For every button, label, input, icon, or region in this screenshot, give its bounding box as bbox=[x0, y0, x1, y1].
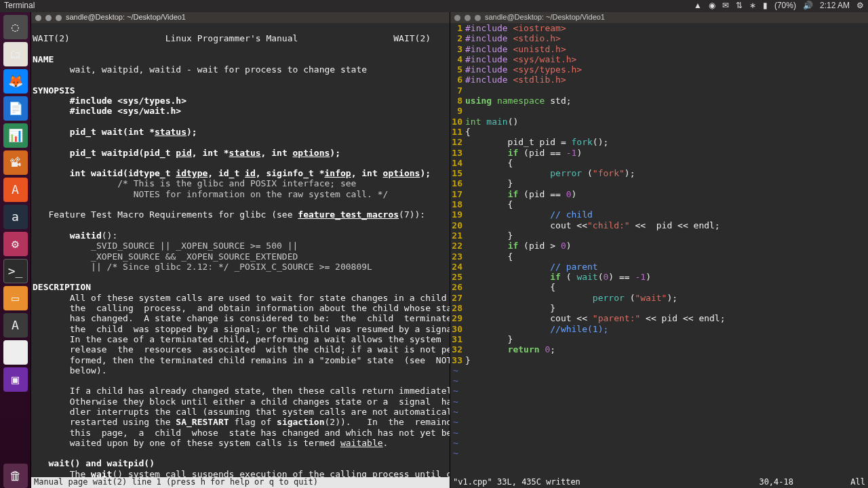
code-text: } bbox=[465, 303, 868, 313]
vim-cursor-pos: 30,4-18 bbox=[759, 477, 793, 487]
code-text: perror ("wait"); bbox=[465, 293, 868, 303]
vim-tilde: ~ bbox=[450, 407, 868, 417]
launcher-impress[interactable]: 📽 bbox=[3, 150, 28, 175]
subhead-wait: wait() and waitpid() bbox=[33, 458, 155, 468]
line-number: 13 bbox=[450, 148, 465, 158]
launcher-terminal[interactable]: >_ bbox=[3, 259, 28, 283]
line-number: 10 bbox=[450, 117, 465, 127]
line-number: 22 bbox=[450, 241, 465, 251]
desc-p11: dler interrupts the call (assuming that … bbox=[33, 407, 450, 417]
code-text bbox=[465, 106, 868, 116]
code-line: 24 // parent bbox=[450, 262, 868, 272]
macro-3: || /* Since glibc 2.12: */ _POSIX_C_SOUR… bbox=[33, 262, 372, 272]
man-page-content[interactable]: WAIT(2) Linux Programmer's Manual WAIT(2… bbox=[31, 23, 450, 477]
line-number: 21 bbox=[450, 230, 465, 241]
status-tray: ▲ ◉ ✉ ⇅ ∗ ▮ (70%) 🔊 2:12 AM ⚙ bbox=[694, 1, 864, 11]
maximize-icon[interactable] bbox=[475, 15, 481, 21]
launcher-text[interactable]: ✎ bbox=[3, 340, 28, 365]
code-line: 21 } bbox=[450, 230, 868, 241]
launcher-settings[interactable]: ⚙ bbox=[3, 232, 28, 256]
code-line: 8using namespace std; bbox=[450, 96, 868, 106]
name-line: wait, waitpid, waitid - wait for process… bbox=[33, 64, 367, 75]
code-line: 10int main() bbox=[450, 117, 868, 127]
section-name: NAME bbox=[33, 54, 54, 64]
vim-tilde: ~ bbox=[450, 396, 868, 407]
volume-icon[interactable]: 🔊 bbox=[803, 1, 813, 11]
desc-p13: this page, a child whose state has chang… bbox=[33, 428, 450, 438]
vim-tab[interactable]: sandle@Desktop: ~/Desktop/Video1 bbox=[450, 12, 868, 23]
desc-p5: In the case of a terminated child, perfo… bbox=[33, 334, 450, 344]
code-line: 29 cout << "parent:" << pid << endl; bbox=[450, 313, 868, 323]
launcher-disk[interactable]: ▣ bbox=[3, 367, 28, 392]
vim-tilde: ~ bbox=[450, 386, 868, 396]
line-number: 4 bbox=[450, 54, 465, 64]
vim-editor[interactable]: 1#include <iostream>2#include <stdio.h>3… bbox=[450, 23, 868, 477]
code-line: 9 bbox=[450, 106, 868, 116]
code-line: 19 // child bbox=[450, 209, 868, 220]
code-text: #include <stdlib.h> bbox=[465, 75, 868, 85]
bluetooth-icon[interactable]: ∗ bbox=[749, 1, 756, 11]
minimize-icon[interactable] bbox=[465, 15, 471, 21]
line-number: 18 bbox=[450, 199, 465, 209]
terminal-tab[interactable]: sandle@Desktop: ~/Desktop/Video1 bbox=[31, 12, 450, 23]
launcher-dash[interactable]: ◌ bbox=[3, 15, 28, 39]
desc-p14: waited upon by one of these system calls… bbox=[33, 438, 388, 448]
line-number: 30 bbox=[450, 324, 465, 334]
launcher-firefox[interactable]: 🦊 bbox=[3, 69, 28, 94]
code-line: 1#include <iostream> bbox=[450, 23, 868, 33]
launcher-writer[interactable]: 📄 bbox=[3, 96, 28, 121]
battery-icon[interactable]: ▮ bbox=[763, 1, 768, 11]
network-icon[interactable]: ⇅ bbox=[736, 1, 743, 11]
close-icon[interactable] bbox=[35, 15, 41, 21]
launcher-calc[interactable]: 📊 bbox=[3, 123, 28, 148]
code-line: 33} bbox=[450, 355, 868, 365]
terminal-man-window: sandle@Desktop: ~/Desktop/Video1 WAIT(2)… bbox=[31, 12, 450, 488]
code-text: { bbox=[465, 282, 868, 292]
vlc-icon[interactable]: ▲ bbox=[694, 1, 702, 11]
launcher-font[interactable]: A bbox=[3, 178, 28, 202]
line-number: 3 bbox=[450, 44, 465, 54]
launcher-trash[interactable]: 🗑 bbox=[3, 464, 28, 488]
comment-1: /* This is the glibc and POSIX interface… bbox=[33, 178, 356, 188]
sig-wait: pid_t wait(int *status); bbox=[33, 127, 197, 137]
launcher-files[interactable]: 🗂 bbox=[3, 42, 28, 66]
line-number: 6 bbox=[450, 75, 465, 85]
line-number: 26 bbox=[450, 282, 465, 292]
launcher-updater[interactable]: A bbox=[3, 313, 28, 338]
vim-tilde: ~ bbox=[450, 448, 868, 458]
line-number: 31 bbox=[450, 334, 465, 344]
launcher-amazon[interactable]: a bbox=[3, 205, 28, 229]
line-number: 16 bbox=[450, 178, 465, 188]
code-text: } bbox=[465, 230, 868, 241]
battery-pct: (70%) bbox=[774, 1, 796, 11]
line-number: 33 bbox=[450, 355, 465, 365]
line-number: 19 bbox=[450, 209, 465, 220]
camera-icon[interactable]: ◉ bbox=[709, 1, 715, 11]
section-description: DESCRIPTION bbox=[33, 282, 91, 292]
code-text: #include <sys/types.h> bbox=[465, 64, 868, 75]
vim-status-bar: "v1.cpp" 33L, 435C written 30,4-18 All bbox=[450, 477, 868, 488]
code-text: } bbox=[465, 355, 868, 365]
man-header-left: WAIT(2) bbox=[33, 33, 70, 43]
maximize-icon[interactable] bbox=[56, 15, 62, 21]
code-text: int main() bbox=[465, 117, 868, 127]
desc-p7: formed, then the terminated child remain… bbox=[33, 355, 450, 365]
line-number: 20 bbox=[450, 220, 465, 230]
desc-p1: All of these system calls are used to wa… bbox=[33, 293, 450, 303]
close-icon[interactable] bbox=[454, 15, 460, 21]
gear-icon[interactable]: ⚙ bbox=[856, 1, 864, 11]
code-text: #include <iostream> bbox=[465, 23, 868, 33]
launcher-sublime[interactable]: ▭ bbox=[3, 286, 28, 310]
man-status-bar: Manual page wait(2) line 1 (press h for … bbox=[31, 477, 450, 488]
desc-p4: the child was stopped by a signal; or th… bbox=[33, 324, 450, 334]
desc-p6: release the resources associated with th… bbox=[33, 344, 450, 354]
terminal-vim-window: sandle@Desktop: ~/Desktop/Video1 1#inclu… bbox=[450, 12, 868, 488]
system-menubar: Terminal ▲ ◉ ✉ ⇅ ∗ ▮ (70%) 🔊 2:12 AM ⚙ bbox=[0, 0, 868, 12]
code-line: 14 { bbox=[450, 158, 868, 168]
desc-p8: below). bbox=[33, 365, 107, 375]
line-number: 1 bbox=[450, 23, 465, 33]
minimize-icon[interactable] bbox=[45, 15, 52, 21]
mail-icon[interactable]: ✉ bbox=[722, 1, 729, 11]
man-header-right: WAIT(2) bbox=[393, 33, 431, 43]
code-line: 3#include <unistd.h> bbox=[450, 44, 868, 54]
